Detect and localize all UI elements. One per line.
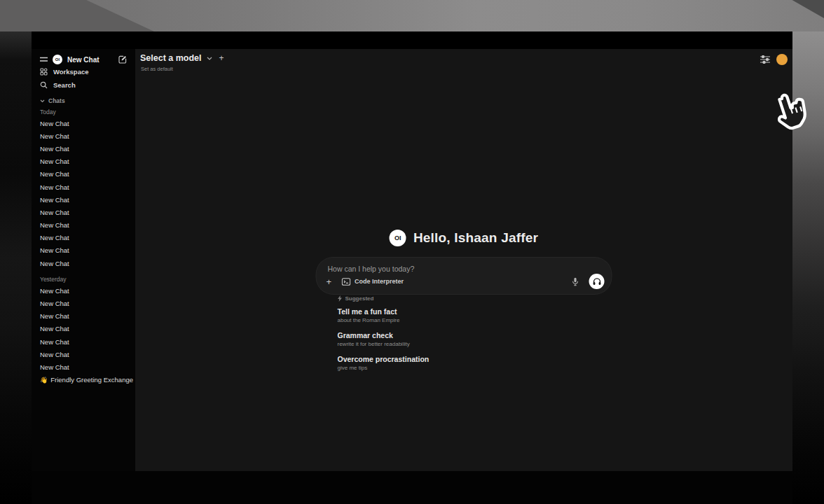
suggestion-item[interactable]: Overcome procrastination give me tips: [338, 354, 590, 372]
greeting: OI Hello, Ishaan Jaffer: [317, 230, 612, 246]
wave-emoji: 👋: [40, 377, 48, 384]
chat-group-today: Today: [32, 107, 135, 117]
main-pane: Select a model + Set as default: [135, 49, 792, 471]
message-input[interactable]: [328, 263, 538, 274]
suggestion-item[interactable]: Grammar check rewrite it for better read…: [338, 330, 590, 348]
chat-history-item[interactable]: New Chat: [32, 142, 135, 155]
chat-list-today: New Chat New Chat New Chat New Chat New …: [32, 117, 135, 270]
greeting-text: Hello, Ishaan Jaffer: [413, 230, 538, 246]
header-actions: [760, 54, 788, 65]
suggestion-title: Tell me a fun fact: [338, 307, 590, 316]
headphones-icon: [592, 277, 601, 286]
code-interpreter-icon: [341, 278, 350, 286]
sidebar-item-label: Search: [53, 81, 76, 89]
chat-history-item[interactable]: New Chat: [32, 232, 135, 244]
suggestion-subtitle: rewrite it for better readability: [338, 340, 590, 348]
suggestion-item[interactable]: Tell me a fun fact about the Roman Empir…: [338, 307, 590, 324]
sidebar-item-label: Workspace: [53, 68, 89, 76]
desktop-wallpaper-right: [792, 31, 824, 504]
chat-history-item[interactable]: New Chat: [32, 257, 135, 270]
composer-toolbar: + Code Interpreter: [317, 274, 612, 289]
model-selector-label: Select a model: [140, 53, 202, 63]
message-composer: + Code Interpreter: [317, 258, 612, 294]
chat-history-item[interactable]: New Chat: [32, 360, 135, 373]
chat-canvas: OI Hello, Ishaan Jaffer + Code Interpret…: [317, 49, 612, 471]
set-default-link[interactable]: Set as default: [141, 66, 173, 72]
suggestion-title: Overcome procrastination: [338, 354, 590, 364]
chats-section-header[interactable]: Chats: [32, 96, 135, 106]
desktop-wallpaper-left: [0, 31, 32, 504]
grid-icon: [40, 68, 48, 76]
suggested-label: Suggested: [345, 295, 374, 302]
chat-history-item[interactable]: New Chat: [32, 168, 135, 181]
chat-history-item[interactable]: New Chat: [32, 310, 135, 323]
suggested-section: Suggested Tell me a fun fact about the R…: [338, 294, 590, 378]
chat-history-item[interactable]: New Chat: [32, 193, 135, 206]
app-logo-large: OI: [390, 230, 406, 246]
chat-history-item[interactable]: New Chat: [32, 155, 135, 168]
suggestion-subtitle: give me tips: [338, 364, 590, 372]
chat-history-item-named[interactable]: 👋 Friendly Greeting Exchange: [32, 374, 135, 386]
voice-call-button[interactable]: [589, 274, 605, 289]
add-model-button[interactable]: +: [219, 53, 224, 63]
microphone-icon[interactable]: [572, 277, 579, 286]
model-selector[interactable]: Select a model +: [140, 53, 224, 63]
sidebar-item-workspace[interactable]: Workspace: [32, 65, 135, 78]
suggestion-subtitle: about the Roman Empire: [338, 316, 590, 324]
new-chat-icon[interactable]: [118, 55, 127, 64]
window-titlebar: [32, 31, 792, 49]
app-logo: OI: [53, 55, 62, 64]
sidebar-item-search[interactable]: Search: [32, 78, 135, 92]
search-icon: [40, 81, 48, 89]
desktop-wallpaper-bottom: [32, 471, 792, 504]
chats-label: Chats: [48, 97, 65, 104]
sidebar-title: New Chat: [67, 56, 114, 64]
chat-history-item[interactable]: New Chat: [32, 130, 135, 142]
chevron-down-icon: [207, 57, 212, 60]
chat-history-item[interactable]: New Chat: [32, 206, 135, 218]
chat-history-item[interactable]: New Chat: [32, 335, 135, 348]
chat-history-item[interactable]: New Chat: [32, 117, 135, 130]
chat-history-item[interactable]: New Chat: [32, 348, 135, 360]
chat-history-item[interactable]: New Chat: [32, 323, 135, 335]
chat-history-item[interactable]: New Chat: [32, 181, 135, 193]
chat-group-yesterday: Yesterday: [32, 274, 135, 284]
chat-list-yesterday: New Chat New Chat New Chat New Chat New …: [32, 284, 135, 373]
suggested-header: Suggested: [338, 294, 590, 302]
sidebar-toggle-icon[interactable]: [40, 57, 48, 62]
chat-history-item[interactable]: New Chat: [32, 219, 135, 232]
chevron-down-icon: [40, 99, 45, 103]
app-window: OI New Chat Workspace Search: [32, 31, 792, 471]
code-interpreter-toggle[interactable]: Code Interpreter: [341, 278, 404, 286]
sidebar: OI New Chat Workspace Search: [32, 49, 135, 471]
chat-history-item[interactable]: New Chat: [32, 244, 135, 257]
chat-history-item[interactable]: New Chat: [32, 284, 135, 297]
sidebar-header: OI New Chat: [32, 54, 135, 65]
attach-plus-button[interactable]: +: [327, 277, 332, 286]
bolt-icon: [338, 295, 343, 302]
code-interpreter-label: Code Interpreter: [355, 278, 404, 285]
controls-sliders-icon[interactable]: [760, 55, 770, 64]
suggestion-list: Tell me a fun fact about the Roman Empir…: [338, 307, 590, 372]
desktop: OI New Chat Workspace Search: [0, 0, 824, 504]
chat-history-item[interactable]: New Chat: [32, 297, 135, 309]
chat-title: Friendly Greeting Exchange: [50, 376, 133, 384]
suggestion-title: Grammar check: [338, 330, 590, 340]
user-avatar[interactable]: [776, 54, 788, 65]
